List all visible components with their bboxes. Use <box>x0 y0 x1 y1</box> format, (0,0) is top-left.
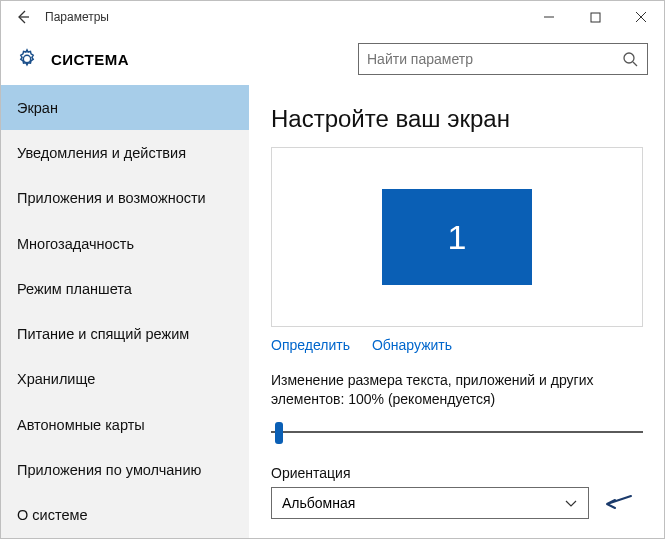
sidebar-item-notifications[interactable]: Уведомления и действия <box>1 130 249 175</box>
sidebar-item-about[interactable]: О системе <box>1 493 249 538</box>
detect-link[interactable]: Обнаружить <box>372 337 452 353</box>
sidebar-item-label: Экран <box>17 100 58 116</box>
back-arrow-icon <box>15 9 31 25</box>
sidebar-item-label: Уведомления и действия <box>17 145 186 161</box>
sidebar: Экран Уведомления и действия Приложения … <box>1 85 249 538</box>
sidebar-item-label: Приложения по умолчанию <box>17 462 201 478</box>
title-bar: Параметры <box>1 1 664 33</box>
text-size-label: Изменение размера текста, приложений и д… <box>271 371 642 409</box>
sidebar-item-storage[interactable]: Хранилище <box>1 357 249 402</box>
sidebar-item-multitasking[interactable]: Многозадачность <box>1 221 249 266</box>
maximize-icon <box>590 12 601 23</box>
minimize-button[interactable] <box>526 1 572 33</box>
text-size-slider[interactable] <box>271 421 643 445</box>
back-button[interactable] <box>1 1 45 33</box>
orientation-label: Ориентация <box>271 465 642 481</box>
orientation-value: Альбомная <box>282 495 564 511</box>
window-title: Параметры <box>45 10 526 24</box>
sidebar-item-label: Питание и спящий режим <box>17 326 189 342</box>
svg-rect-0 <box>591 13 600 22</box>
search-icon <box>621 50 639 68</box>
sidebar-item-offline-maps[interactable]: Автономные карты <box>1 402 249 447</box>
content-area: Настройте ваш экран 1 Определить Обнаруж… <box>249 85 664 538</box>
gear-icon <box>13 45 41 73</box>
annotation-arrow-icon <box>601 492 633 514</box>
app-title: СИСТЕМА <box>51 51 129 68</box>
identify-link[interactable]: Определить <box>271 337 350 353</box>
search-input[interactable] <box>367 51 621 67</box>
header-bar: СИСТЕМА <box>1 33 664 85</box>
close-icon <box>635 11 647 23</box>
sidebar-item-tablet-mode[interactable]: Режим планшета <box>1 266 249 311</box>
sidebar-item-label: Автономные карты <box>17 417 145 433</box>
sidebar-item-label: Хранилище <box>17 371 95 387</box>
settings-window: Параметры СИСТЕМА Экран Уведомления и де… <box>0 0 665 539</box>
svg-point-1 <box>624 53 634 63</box>
search-box[interactable] <box>358 43 648 75</box>
sidebar-item-display[interactable]: Экран <box>1 85 249 130</box>
monitor-tile[interactable]: 1 <box>382 189 532 285</box>
minimize-icon <box>543 11 555 23</box>
body: Экран Уведомления и действия Приложения … <box>1 85 664 538</box>
sidebar-item-label: Приложения и возможности <box>17 190 206 206</box>
sidebar-item-label: Режим планшета <box>17 281 132 297</box>
sidebar-item-power-sleep[interactable]: Питание и спящий режим <box>1 311 249 356</box>
chevron-down-icon <box>564 496 578 510</box>
display-links: Определить Обнаружить <box>271 337 642 353</box>
sidebar-item-label: О системе <box>17 507 87 523</box>
sidebar-item-default-apps[interactable]: Приложения по умолчанию <box>1 447 249 492</box>
display-preview: 1 <box>271 147 643 327</box>
maximize-button[interactable] <box>572 1 618 33</box>
slider-track <box>271 431 643 433</box>
sidebar-item-label: Многозадачность <box>17 236 134 252</box>
slider-thumb[interactable] <box>275 422 283 444</box>
orientation-select[interactable]: Альбомная <box>271 487 589 519</box>
monitor-number: 1 <box>448 218 467 257</box>
close-button[interactable] <box>618 1 664 33</box>
page-heading: Настройте ваш экран <box>271 105 642 133</box>
sidebar-item-apps-features[interactable]: Приложения и возможности <box>1 176 249 221</box>
